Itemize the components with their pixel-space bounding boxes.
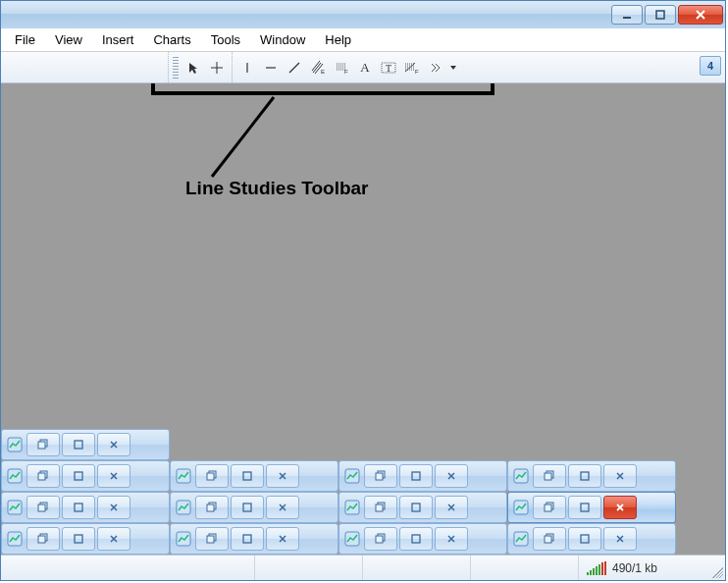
mdi-close-button[interactable] [266, 527, 299, 551]
chart-icon [174, 466, 193, 486]
svg-rect-50 [376, 473, 383, 480]
mdi-workspace: Line Studies Toolbar [1, 83, 725, 555]
mdi-restore-button[interactable] [533, 496, 566, 519]
menu-charts[interactable]: Charts [143, 32, 200, 47]
mdi-close-button[interactable] [435, 496, 468, 519]
mdi-maximize-button[interactable] [231, 527, 264, 551]
cursor-icon [186, 61, 200, 75]
mdi-window[interactable] [1, 492, 170, 523]
svg-rect-59 [75, 441, 82, 449]
menu-tools[interactable]: Tools [201, 32, 250, 47]
titlebar [1, 1, 725, 28]
mdi-window[interactable] [507, 523, 676, 555]
mdi-maximize-button[interactable] [62, 433, 95, 456]
window-close-button[interactable] [678, 5, 723, 25]
mdi-window[interactable] [338, 523, 507, 555]
menu-window[interactable]: Window [250, 32, 315, 47]
mdi-close-button[interactable] [97, 433, 130, 456]
mdi-maximize-button[interactable] [62, 464, 95, 488]
svg-rect-27 [75, 504, 82, 511]
fibonacci-tool[interactable]: F [331, 57, 352, 79]
window-minimize-button[interactable] [611, 5, 643, 25]
mdi-close-button[interactable] [97, 527, 130, 551]
mdi-window[interactable] [338, 460, 507, 492]
mdi-maximize-button[interactable] [231, 464, 264, 488]
toolbar-grip[interactable] [173, 57, 179, 79]
equidistant-channel-icon: E [311, 61, 325, 75]
svg-rect-46 [207, 473, 214, 480]
equidistant-channel-tool[interactable]: E [307, 57, 329, 79]
chart-icon [5, 435, 25, 454]
notification-badge[interactable]: 4 [700, 56, 721, 76]
mdi-window[interactable] [1, 429, 170, 460]
mdi-restore-button[interactable] [195, 464, 229, 488]
mdi-close-button[interactable] [97, 496, 130, 519]
mdi-restore-button[interactable] [364, 527, 397, 551]
mdi-close-button[interactable] [435, 527, 468, 551]
mdi-close-button[interactable] [97, 464, 130, 488]
mdi-window-active[interactable] [507, 492, 676, 523]
fibo-fan-icon: F [404, 61, 420, 75]
mdi-maximize-button[interactable] [399, 464, 433, 488]
mdi-window[interactable] [338, 492, 507, 523]
mdi-restore-button[interactable] [364, 496, 397, 519]
mdi-close-button[interactable] [603, 464, 637, 488]
resize-grip[interactable] [709, 564, 723, 578]
mdi-maximize-button[interactable] [62, 527, 95, 551]
crosshair-icon [210, 61, 224, 75]
mdi-maximize-button[interactable] [568, 496, 601, 519]
mdi-restore-button[interactable] [195, 527, 229, 551]
menu-help[interactable]: Help [315, 32, 361, 47]
annotation-rectangle [151, 83, 494, 95]
svg-rect-38 [545, 504, 551, 511]
fibo-fan-tool[interactable]: F [401, 57, 423, 79]
mdi-restore-button[interactable] [26, 496, 60, 519]
mdi-maximize-button[interactable] [62, 496, 95, 519]
mdi-maximize-button[interactable] [399, 496, 433, 519]
mdi-restore-button[interactable] [533, 527, 566, 551]
shapes-tool[interactable] [425, 57, 446, 79]
svg-rect-42 [38, 473, 45, 480]
mdi-restore-button[interactable] [26, 464, 60, 488]
mdi-maximize-button[interactable] [568, 464, 601, 488]
menu-view[interactable]: View [45, 32, 92, 47]
mdi-maximize-button[interactable] [231, 496, 264, 519]
mdi-window[interactable] [1, 460, 170, 492]
mdi-close-button[interactable] [603, 496, 637, 519]
mdi-close-button[interactable] [603, 527, 637, 551]
cursor-tool[interactable] [182, 57, 204, 79]
mdi-window[interactable] [1, 523, 170, 555]
crosshair-tool[interactable] [206, 57, 228, 79]
menu-insert[interactable]: Insert [92, 32, 144, 47]
menu-file[interactable]: File [5, 32, 45, 47]
shapes-dropdown[interactable] [448, 57, 458, 79]
mdi-maximize-button[interactable] [568, 527, 601, 551]
vertical-line-tool[interactable] [236, 57, 258, 79]
svg-rect-14 [207, 536, 214, 543]
mdi-close-button[interactable] [266, 496, 299, 519]
mdi-close-button[interactable] [435, 464, 468, 488]
mdi-restore-button[interactable] [364, 464, 397, 488]
mdi-window[interactable] [170, 523, 338, 555]
mdi-window[interactable] [170, 460, 338, 492]
text-tool[interactable]: A [354, 57, 376, 79]
svg-rect-0 [623, 17, 631, 19]
mdi-window[interactable] [507, 460, 676, 492]
mdi-window[interactable] [170, 492, 338, 523]
text-label-tool[interactable]: T [378, 57, 399, 79]
mdi-restore-button[interactable] [26, 527, 60, 551]
mdi-maximize-button[interactable] [399, 527, 433, 551]
mdi-restore-button[interactable] [533, 464, 566, 488]
window-maximize-button[interactable] [645, 5, 676, 25]
svg-rect-26 [38, 504, 45, 511]
horizontal-line-tool[interactable] [260, 57, 282, 79]
close-icon [695, 9, 706, 21]
mdi-restore-button[interactable] [26, 433, 60, 456]
svg-rect-35 [412, 504, 420, 511]
mdi-restore-button[interactable] [195, 496, 229, 519]
mdi-close-button[interactable] [266, 464, 299, 488]
svg-rect-39 [581, 504, 589, 511]
trendline-tool[interactable] [284, 57, 305, 79]
chart-icon [5, 529, 25, 549]
menubar: File View Insert Charts Tools Window Hel… [1, 28, 725, 52]
